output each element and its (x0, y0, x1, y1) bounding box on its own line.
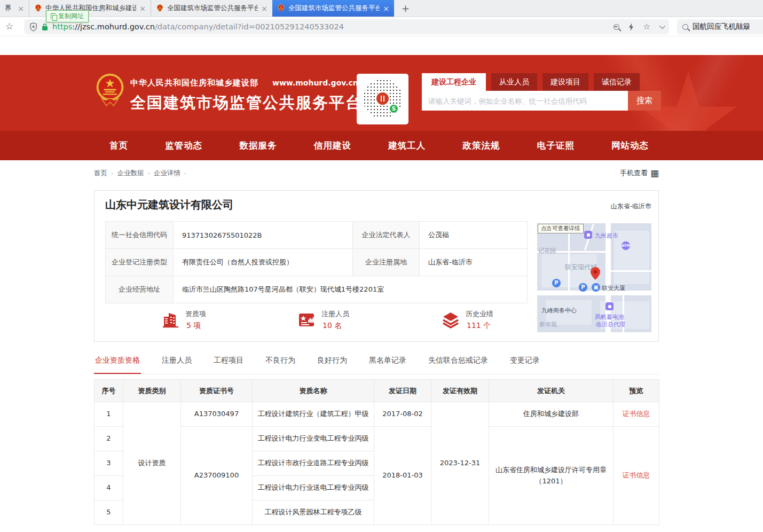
search-tab-personnel[interactable]: 从业人员 (491, 73, 537, 91)
keyword-search-input[interactable] (422, 91, 628, 111)
browser-tab-partial[interactable]: 界 × (0, 0, 29, 17)
site-branding: 中华人民共和国住房和城乡建设部 www.mohurd.gov.cn 全国建筑市场… (130, 78, 362, 114)
mobile-view-control[interactable]: 手机查看 ▦ (620, 168, 659, 178)
browser-tab-jzsc[interactable]: 全国建筑市场监管公共服务平台 × (151, 0, 272, 17)
breadcrumb-enterprise-data[interactable]: 企业数据 (117, 169, 144, 178)
registration-type-value: 有限责任公司（自然人投资或控股） (174, 249, 353, 276)
table-header-row: 序号 资质类别 资质证书号 资质名称 发证日期 发证有效期 发证机关 预览 (95, 380, 659, 402)
company-name: 山东中元建筑设计有限公司 (105, 198, 233, 212)
search-icon (682, 24, 688, 30)
validity-date: 2023-12-31 (431, 402, 489, 525)
qr-code-icon[interactable]: ▦ (650, 169, 659, 178)
close-icon[interactable]: × (383, 5, 389, 12)
nav-item-policy[interactable]: 政策法规 (462, 140, 500, 152)
table-row: 企业经营地址 临沂市兰山区陶然路107号星河晶都（联安）现代城1号楼2201室 (106, 276, 528, 303)
layers-icon (442, 311, 460, 329)
building-icon (161, 311, 179, 329)
stat-value: 5 项 (185, 321, 201, 331)
wechat-miniprogram-icon: S (389, 104, 399, 114)
issuing-authority: 住房和城乡建设部 (489, 402, 613, 427)
nav-item-home[interactable]: 首页 (109, 140, 128, 152)
map-poi-marker-icon (584, 231, 592, 239)
url-text: https://jzsc.mohurd.gov.cn/data/company/… (52, 22, 344, 31)
row-no: 3 (95, 451, 123, 476)
certificate-info-link[interactable]: 证书信息 (623, 471, 650, 479)
stat-registered-personnel[interactable]: 注册人员 10 名 (297, 309, 349, 331)
map-label-garden: 记花园 (538, 247, 556, 255)
nav-item-credit[interactable]: 信用建设 (314, 140, 351, 152)
tab-bad-behavior[interactable]: 不良行为 (264, 354, 296, 374)
tab-title: 界 (5, 4, 14, 13)
map-label-supermarket: 九州超市 (595, 232, 618, 240)
legal-person-value: 公茂福 (420, 222, 528, 249)
qualification-name: 工程设计电力行业变电工程专业丙级 (253, 427, 374, 451)
stat-label: 资质项 (185, 309, 206, 319)
col-header-validity: 发证有效期 (431, 380, 489, 402)
breadcrumb: 首页 › 企业数据 › 企业详情 › 手机查看 ▦ (94, 168, 659, 178)
col-header-name: 资质名称 (253, 380, 374, 402)
company-info-table: 统一社会信用代码 91371302675501022B 企业法定代表人 公茂福 … (105, 221, 528, 303)
search-button[interactable]: 搜索 (628, 91, 661, 111)
field-label: 企业注册属地 (353, 249, 420, 276)
ministry-url: www.mohurd.gov.cn (272, 79, 358, 87)
copy-icon (51, 13, 56, 19)
nav-item-workers[interactable]: 建筑工人 (388, 140, 426, 152)
breadcrumb-separator: › (147, 170, 150, 177)
browser-tab-bar: 界 × 中华人民共和国住房和城乡建设 × 全国建筑市场监管公共服务平台 × 全国… (0, 0, 763, 17)
quick-search-box[interactable]: 国航回应飞机颠簸 (677, 19, 763, 34)
breadcrumb-home[interactable]: 首页 (94, 169, 107, 178)
issue-date: 2018-01-03 (374, 427, 431, 525)
close-icon[interactable]: × (18, 5, 24, 12)
favorite-star-icon[interactable]: ☆ (643, 23, 650, 31)
zoom-out-icon[interactable] (613, 24, 619, 30)
company-stats: 资质项 5 项 注册人员 10 名 历史业绩 (105, 309, 527, 337)
id-card-icon (297, 311, 316, 329)
map-pin-icon (591, 267, 600, 280)
tab-good-behavior[interactable]: 良好行为 (316, 354, 348, 374)
qr-center-logo-icon (375, 91, 390, 106)
nav-item-data-service[interactable]: 数据服务 (240, 140, 277, 152)
company-region: 山东省-临沂市 (611, 202, 651, 211)
national-emblem-icon (95, 73, 125, 110)
tab-registered-personnel[interactable]: 注册人员 (161, 354, 193, 374)
emblem-favicon-icon (34, 4, 42, 12)
bookmark-star-icon[interactable]: ☆ (5, 21, 13, 32)
registration-place-value: 山东省-临沂市 (420, 249, 528, 276)
close-icon[interactable]: × (261, 5, 268, 12)
mobile-view-label: 手机查看 (620, 168, 648, 178)
company-location-map[interactable]: 点击可查看详情 九州超市 ATM 记花园 联安现代城 ▣ 联安大厦 P P 九峰… (537, 223, 651, 332)
row-no: 5 (95, 500, 123, 525)
row-no: 4 (95, 476, 123, 500)
browser-tab-active[interactable]: 全国建筑市场监管公共服务平台 × (272, 0, 394, 17)
new-tab-button[interactable]: + (394, 0, 417, 17)
tab-qualifications[interactable]: 企业资质资格 (94, 354, 141, 374)
nav-item-supervision[interactable]: 监管动态 (165, 140, 202, 152)
tab-blacklist[interactable]: 黑名单记录 (368, 354, 407, 374)
qualification-name: 工程设计电力行业送电工程专业丙级 (253, 476, 374, 500)
tab-change-records[interactable]: 变更记录 (509, 354, 541, 374)
nav-item-site-news[interactable]: 网站动态 (611, 140, 649, 152)
business-address-value: 临沂市兰山区陶然路107号星河晶都（联安）现代城1号楼2201室 (174, 276, 528, 303)
search-tab-credit[interactable]: 诚信记录 (594, 73, 640, 91)
address-bar[interactable]: https://jzsc.mohurd.gov.cn/data/company/… (24, 19, 669, 34)
nav-item-e-license[interactable]: 电子证照 (537, 140, 575, 152)
breadcrumb-enterprise-detail[interactable]: 企业详情 (154, 169, 180, 178)
chevron-down-icon[interactable] (659, 23, 665, 29)
certificate-info-link[interactable]: 证书信息 (623, 410, 650, 418)
row-no: 2 (95, 427, 123, 451)
shield-icon[interactable] (29, 22, 37, 32)
browser-url-bar: ☆ https://jzsc.mohurd.gov.cn/data/compan… (0, 17, 763, 36)
parking-icon: P (552, 279, 561, 287)
quick-search-text[interactable]: 国航回应飞机颠簸 (693, 22, 750, 32)
search-tab-project[interactable]: 建设项目 (542, 73, 588, 91)
field-label: 统一社会信用代码 (106, 222, 174, 249)
stat-historical-performance[interactable]: 历史业绩 111 个 (442, 309, 493, 331)
field-label: 企业登记注册类型 (106, 249, 174, 276)
search-tab-enterprise[interactable]: 建设工程企业 (422, 73, 486, 91)
map-label-tower: 联安大厦 (602, 284, 625, 292)
stat-qualifications[interactable]: 资质项 5 项 (161, 309, 206, 331)
tab-projects[interactable]: 工程项目 (213, 354, 245, 374)
tab-dishonesty-records[interactable]: 失信联合惩戒记录 (427, 354, 489, 374)
lightning-icon[interactable] (628, 23, 634, 31)
close-icon[interactable]: × (139, 5, 146, 12)
